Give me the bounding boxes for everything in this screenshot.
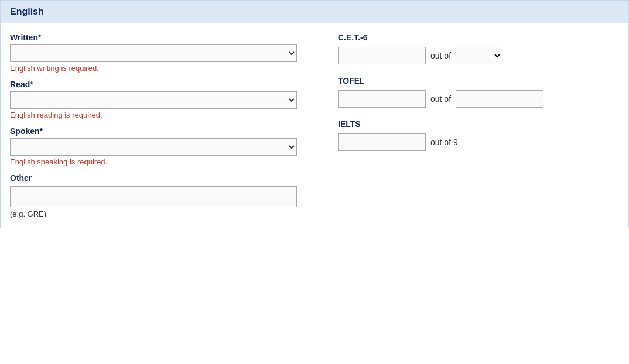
tofel-out-of: out of <box>430 94 451 104</box>
spoken-select[interactable] <box>10 138 297 156</box>
tofel-score-row: out of <box>338 90 619 108</box>
other-label: Other <box>10 173 314 183</box>
other-input[interactable] <box>10 186 297 207</box>
written-label: Written* <box>10 33 314 42</box>
section-title: English <box>10 6 44 16</box>
spoken-label: Spoken* <box>10 126 314 136</box>
cet6-section: C.E.T.-6 out of <box>338 33 619 64</box>
ielts-section: IELTS out of 9 <box>338 119 619 151</box>
read-select[interactable] <box>10 91 297 109</box>
tofel-title: TOFEL <box>338 76 619 85</box>
cet6-out-of: out of <box>430 51 451 60</box>
cet6-title: C.E.T.-6 <box>338 33 619 42</box>
read-error: English reading is required. <box>10 111 314 119</box>
cet6-max-select[interactable] <box>456 47 502 64</box>
read-label: Read* <box>10 80 314 89</box>
ielts-score-input[interactable] <box>338 133 426 151</box>
ielts-out-of: out of 9 <box>430 138 458 147</box>
written-error: English writing is required. <box>10 64 314 73</box>
other-section: Other (e.g. GRE) <box>10 173 314 218</box>
tofel-max-input[interactable] <box>456 90 543 108</box>
other-hint: (e.g. GRE) <box>10 210 314 218</box>
section-header: English <box>0 0 629 23</box>
tofel-section: TOFEL out of <box>338 76 619 108</box>
ielts-score-row: out of 9 <box>338 133 619 151</box>
cet6-score-row: out of <box>338 47 619 64</box>
read-group: Read* English reading is required. <box>10 80 314 119</box>
left-column: Written* English writing is required. Re… <box>10 33 314 218</box>
spoken-error: English speaking is required. <box>10 157 314 166</box>
ielts-title: IELTS <box>338 119 619 129</box>
spoken-group: Spoken* English speaking is required. <box>10 126 314 166</box>
tofel-score-input[interactable] <box>338 90 426 108</box>
right-column: C.E.T.-6 out of TOFEL out of <box>338 33 619 218</box>
written-group: Written* English writing is required. <box>10 33 314 73</box>
written-select[interactable] <box>10 44 297 62</box>
cet6-score-input[interactable] <box>338 47 426 64</box>
